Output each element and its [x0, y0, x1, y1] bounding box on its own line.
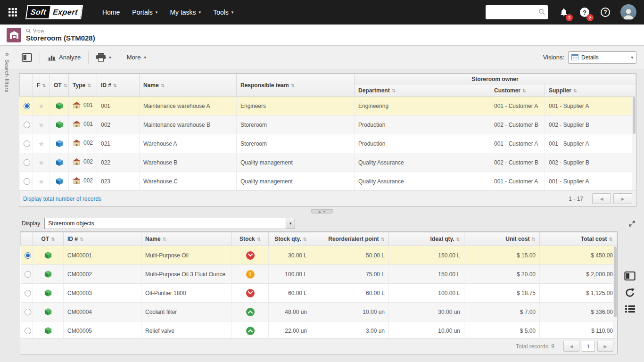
row-radio[interactable] — [25, 252, 31, 259]
preview-panel-icon[interactable] — [19, 51, 35, 64]
table-row[interactable]: CM00003 Oil-Purifier 1800 60.00 L 60.00 … — [21, 284, 617, 303]
menu-portals[interactable]: Portals ▾ — [126, 5, 164, 20]
cell-customer: 001 - Customer A — [490, 172, 545, 191]
question-circle-icon[interactable]: ? 2 — [574, 2, 595, 23]
column-header-department[interactable]: Department⇅ — [355, 84, 490, 97]
row-radio[interactable] — [24, 140, 30, 147]
favorite-star-icon[interactable]: ★ — [38, 102, 44, 110]
column-header-type[interactable]: Type⇅ — [69, 74, 97, 97]
menu-my-tasks[interactable]: My tasks ▾ — [164, 5, 207, 20]
row-radio[interactable] — [24, 178, 30, 185]
column-header-name[interactable]: Name⇅ — [141, 232, 232, 246]
sort-icon: ⇅ — [113, 83, 117, 88]
table-row[interactable]: ★ 002 023 Warehouse C Quality management… — [20, 172, 636, 191]
table-row[interactable]: CM00005 Relief valve 22.00 un 3.00 un 10… — [21, 321, 617, 340]
table-row[interactable]: CM00004 Coolant filter 48.00 un 10.00 un… — [21, 303, 617, 321]
cell-reorder: 3.00 un — [311, 321, 389, 340]
column-header-unit-cost[interactable]: Unit cost⇅ — [464, 232, 540, 246]
scrollbar-thumb[interactable] — [633, 97, 636, 134]
column-header-team[interactable]: Responsible team⇅ — [237, 74, 355, 97]
table-row[interactable]: ★ 002 021 Warehouse A Storeroom Producti… — [20, 134, 636, 153]
table-row[interactable]: ★ 001 001 Maintenance warehouse A Engine… — [20, 97, 636, 115]
table-row[interactable]: CM00002 Multi-Purpose Oil 3 Fluid Ounce … — [21, 265, 617, 284]
favorite-star-icon[interactable]: ★ — [38, 121, 44, 129]
notifications-bell-icon[interactable]: 7 — [553, 2, 574, 23]
column-header-favorite[interactable]: F⇅ — [33, 74, 50, 97]
cell-select — [20, 97, 33, 115]
column-header-customer[interactable]: Customer⇅ — [490, 84, 545, 97]
table-row[interactable]: ★ 002 022 Warehouse B Quality management… — [20, 153, 636, 172]
table-row[interactable]: ★ 001 002 Maintenance warehouse B Storer… — [20, 115, 636, 134]
cell-supplier: 001 - Supplier A — [545, 97, 636, 115]
row-radio[interactable] — [24, 122, 30, 128]
cell-id: CM00001 — [64, 246, 141, 265]
user-avatar[interactable] — [620, 4, 636, 20]
column-header-id[interactable]: ID #⇅ — [64, 232, 141, 246]
expand-filters-icon[interactable]: » — [5, 46, 9, 59]
splitter-handle[interactable] — [311, 209, 333, 214]
record-toolbar: Analyze ▾ More ▾ Visions: Details ▾ — [0, 46, 644, 69]
analyze-button[interactable]: Analyze — [45, 52, 83, 63]
current-page-button[interactable]: 1 — [582, 341, 595, 352]
table-row[interactable]: CM00001 Multi-Purpose Oil 30.00 L 50.00 … — [21, 246, 617, 265]
more-button[interactable]: More ▾ — [124, 52, 149, 63]
column-header-id[interactable]: ID #⇅ — [97, 74, 140, 97]
help-icon[interactable]: ? — [595, 2, 616, 23]
type-number: 001 — [83, 121, 93, 127]
more-label: More — [127, 54, 141, 61]
visions-group: Visions: Details ▾ — [543, 51, 636, 64]
cell-supplier: 002 - Supplier B — [545, 153, 636, 172]
column-header-name[interactable]: Name⇅ — [140, 74, 237, 97]
row-radio[interactable] — [25, 271, 31, 278]
cell-ot — [50, 97, 69, 115]
cell-select — [20, 134, 33, 153]
print-button[interactable]: ▾ — [93, 51, 114, 64]
panel-splitter — [0, 209, 644, 214]
display-select[interactable]: Storeroom objects ▾ — [44, 218, 295, 229]
cell-department: Production — [355, 134, 490, 153]
favorite-star-icon[interactable]: ★ — [38, 159, 44, 166]
visions-select[interactable]: Details ▾ — [568, 51, 636, 64]
cell-stock — [232, 321, 269, 340]
cell-ideal: 30.00 un — [389, 303, 464, 321]
column-header-ot[interactable]: OT⇅ — [50, 74, 69, 97]
menu-tools[interactable]: Tools ▾ — [207, 5, 239, 20]
cell-unit-cost: $ 7.00 — [464, 303, 540, 321]
cell-favorite: ★ — [33, 134, 50, 153]
cell-ot — [50, 134, 69, 153]
maximize-icon[interactable] — [628, 220, 636, 227]
column-header-ideal[interactable]: Ideal qty.⇅ — [389, 232, 464, 246]
column-header-supplier[interactable]: Supplier⇅ — [545, 84, 636, 97]
row-radio[interactable] — [24, 159, 30, 166]
display-total-records-link[interactable]: Display total number of records — [23, 196, 101, 202]
list-view-icon[interactable] — [625, 305, 635, 313]
column-header-reorder[interactable]: Reorder/alert point⇅ — [311, 232, 389, 246]
cell-favorite: ★ — [33, 172, 50, 191]
prev-page-icon[interactable]: ◀ — [563, 341, 579, 352]
cell-name: Warehouse A — [140, 134, 237, 153]
preview-panel-icon[interactable] — [624, 272, 636, 280]
column-header-total-cost[interactable]: Total cost⇅ — [540, 232, 617, 246]
column-label: Total cost — [581, 236, 607, 242]
row-radio[interactable] — [25, 309, 31, 315]
favorite-star-icon[interactable]: ★ — [38, 178, 44, 185]
favorite-star-icon[interactable]: ★ — [38, 140, 44, 148]
app-launcher-icon[interactable] — [5, 4, 21, 20]
refresh-icon[interactable] — [625, 288, 635, 298]
column-header-stock[interactable]: Stock⇅ — [232, 232, 269, 246]
object-type-cube-icon — [44, 289, 52, 297]
next-page-icon[interactable]: ▶ — [613, 193, 632, 204]
row-radio[interactable] — [24, 103, 30, 109]
cell-customer: 002 - Customer B — [490, 115, 545, 134]
menu-home[interactable]: Home — [96, 5, 126, 20]
next-page-icon[interactable]: ▶ — [597, 341, 613, 352]
row-radio[interactable] — [25, 290, 31, 296]
cell-total-cost: $ 2,000.00 — [540, 265, 617, 284]
row-radio[interactable] — [25, 328, 31, 334]
cell-id: 021 — [97, 134, 140, 153]
prev-page-icon[interactable]: ◀ — [592, 193, 611, 204]
column-header-stock-qty[interactable]: Stock qty.⇅ — [269, 232, 311, 246]
column-header-ot[interactable]: OT⇅ — [33, 232, 64, 246]
scrollbar-thumb[interactable] — [614, 247, 617, 317]
cell-stock-qty: 48.00 un — [269, 303, 311, 321]
